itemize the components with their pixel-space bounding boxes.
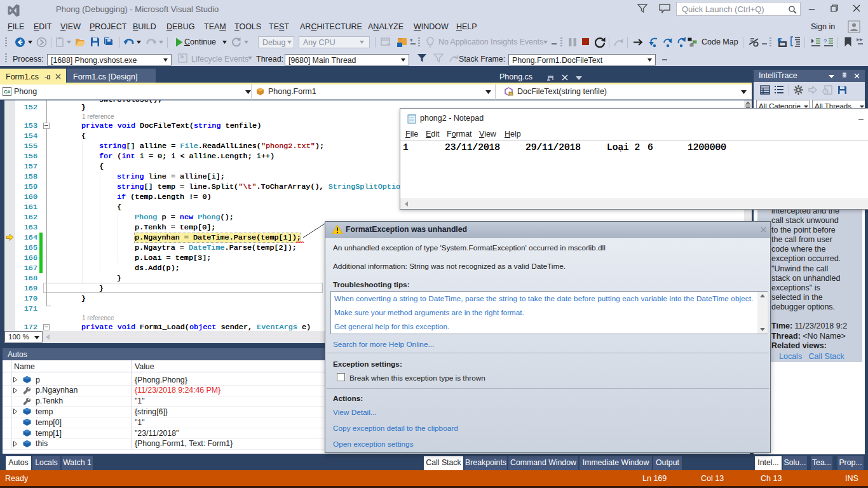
- svg-text:?: ?: [824, 38, 827, 44]
